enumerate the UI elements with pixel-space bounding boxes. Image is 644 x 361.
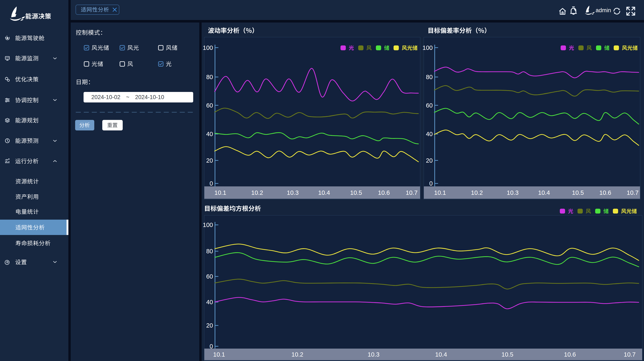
svg-text:10.4: 10.4 [538, 189, 550, 196]
svg-text:10.3: 10.3 [368, 351, 380, 358]
svg-text:10.1: 10.1 [213, 351, 225, 358]
svg-text:10.5: 10.5 [350, 189, 362, 196]
svg-text:10.4: 10.4 [435, 351, 447, 358]
svg-text:10.2: 10.2 [471, 189, 483, 196]
svg-text:10.7: 10.7 [627, 189, 638, 196]
svg-text:10.6: 10.6 [378, 189, 390, 196]
svg-text:10.5: 10.5 [502, 351, 513, 358]
svg-text:10.3: 10.3 [287, 189, 299, 196]
svg-text:10.4: 10.4 [318, 189, 330, 196]
svg-text:10.2: 10.2 [251, 189, 263, 196]
svg-text:10.5: 10.5 [572, 189, 584, 196]
svg-text:10.6: 10.6 [564, 351, 576, 358]
svg-text:10.7: 10.7 [406, 189, 418, 196]
svg-text:10.3: 10.3 [507, 189, 518, 196]
svg-text:10.1: 10.1 [434, 189, 446, 196]
svg-text:10.1: 10.1 [214, 189, 226, 196]
svg-text:10.2: 10.2 [292, 351, 303, 358]
svg-text:10.7: 10.7 [624, 351, 636, 358]
svg-text:10.6: 10.6 [600, 189, 611, 196]
